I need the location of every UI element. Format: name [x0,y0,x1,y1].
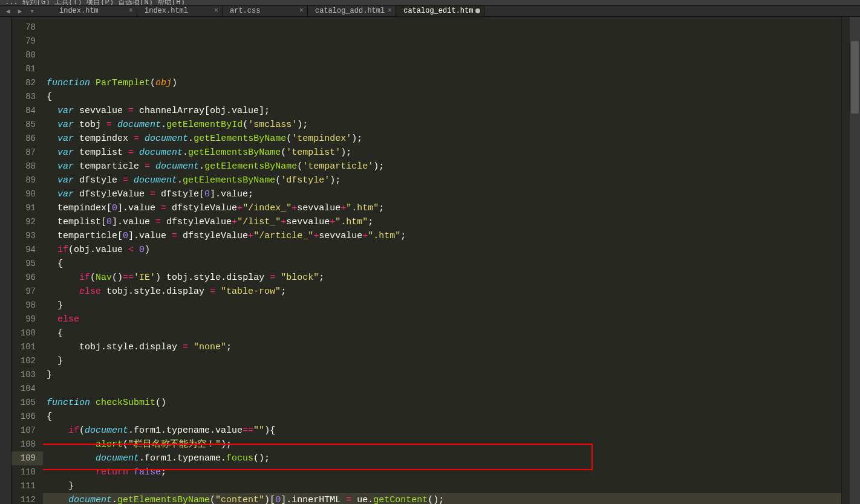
line-number[interactable]: 107 [11,424,43,438]
line-number[interactable]: 102 [11,354,43,368]
line-number[interactable]: 105 [11,396,43,410]
line-number[interactable]: 97 [11,285,43,299]
line-number[interactable]: 110 [11,465,43,479]
tab-art-css[interactable]: art.css× [223,5,308,16]
line-number[interactable]: 112 [11,493,43,504]
code-line[interactable]: } [43,368,841,382]
tab-label: catalog_edit.htm [403,7,473,15]
code-line[interactable]: } [43,354,841,368]
close-tab-icon[interactable]: × [388,7,392,15]
tab-label: index.htm [59,7,99,15]
nav-back-icon[interactable]: ◀ [4,7,12,15]
tab-label: index.html [145,7,188,15]
code-line[interactable]: alert("栏目名称不能为空！"); [43,438,841,451]
toolbar: ◀ ▶ ▾ index.htm×index.html×art.css×catal… [0,5,860,17]
line-number[interactable]: 96 [11,271,43,285]
code-line[interactable]: var templist = document.getElementsByNam… [43,146,841,160]
code-line[interactable]: if(obj.value < 0) [43,243,841,257]
line-number[interactable]: 104 [11,382,43,396]
code-line[interactable]: temparticle[0].value = dfstyleValue+"/ar… [43,229,841,243]
left-sidebar [0,17,11,504]
code-line[interactable]: templist[0].value = dfstyleValue+"/list_… [43,215,841,229]
dirty-indicator-icon [475,8,480,13]
close-tab-icon[interactable]: × [129,7,133,15]
line-number[interactable]: 79 [11,34,43,48]
code-area[interactable]: function ParTemplet(obj){ var sevvalue =… [43,17,841,504]
line-number[interactable]: 82 [11,76,43,90]
code-line[interactable]: { [43,326,841,340]
line-number[interactable]: 101 [11,340,43,354]
code-line[interactable]: function checkSubmit() [43,396,841,410]
minimap[interactable] [841,17,849,504]
code-line[interactable]: else [43,312,841,326]
nav-dropdown-icon[interactable]: ▾ [28,7,36,15]
tab-bar: index.htm×index.html×art.css×catalog_add… [52,5,484,16]
line-number[interactable]: 108 [11,438,43,451]
line-number[interactable]: 88 [11,160,43,173]
code-line[interactable] [43,62,841,76]
line-number[interactable]: 86 [11,132,43,146]
line-number-gutter[interactable]: 7879808182838485868788899091929394959697… [11,17,43,504]
code-line[interactable]: return false; [43,465,841,479]
code-line[interactable]: else tobj.style.display = "table-row"; [43,285,841,299]
line-number[interactable]: 94 [11,243,43,257]
code-line[interactable]: var temparticle = document.getElementsBy… [43,160,841,173]
tab-label: art.css [230,7,260,15]
line-number[interactable]: 103 [11,368,43,382]
code-line[interactable]: document.getElementsByName("content")[0]… [43,493,841,504]
tab-catalog_add-html[interactable]: catalog_add.html× [308,5,396,16]
code-line[interactable]: tobj.style.display = "none"; [43,340,841,354]
vertical-scrollbar[interactable] [849,17,860,504]
tab-catalog_edit-htm[interactable]: catalog_edit.htm [396,5,484,16]
code-line[interactable]: var dfstyleValue = dfstyle[0].value; [43,187,841,201]
code-line[interactable]: { [43,90,841,104]
tab-index-html[interactable]: index.html× [137,5,223,16]
menubar[interactable]: ... 转到(G) 工具(T) 项目(P) 首选项(N) 帮助(H) [0,0,860,5]
close-tab-icon[interactable]: × [299,7,304,15]
line-number[interactable]: 87 [11,146,43,160]
line-number[interactable]: 99 [11,312,43,326]
code-line[interactable]: if(document.form1.typename.value==""){ [43,424,841,438]
code-line[interactable]: { [43,410,841,424]
code-line[interactable]: document.form1.typename.focus(); [43,451,841,465]
line-number[interactable]: 80 [11,48,43,62]
code-line[interactable]: tempindex[0].value = dfstyleValue+"/inde… [43,201,841,215]
line-number[interactable]: 98 [11,299,43,312]
line-number[interactable]: 91 [11,201,43,215]
line-number[interactable]: 111 [11,479,43,493]
code-line[interactable]: function ParTemplet(obj) [43,76,841,90]
line-number[interactable]: 83 [11,90,43,104]
line-number[interactable]: 89 [11,173,43,187]
line-number[interactable]: 90 [11,187,43,201]
code-line[interactable]: var sevvalue = channelArray[obj.value]; [43,104,841,118]
line-number[interactable]: 85 [11,118,43,132]
code-line[interactable]: } [43,299,841,312]
scrollbar-thumb[interactable] [851,41,859,114]
editor: 7879808182838485868788899091929394959697… [0,17,860,504]
line-number[interactable]: 81 [11,62,43,76]
code-line[interactable]: { [43,257,841,271]
code-line[interactable]: var tobj = document.getElementById('smcl… [43,118,841,132]
line-number[interactable]: 109 [11,451,43,465]
tab-index-htm[interactable]: index.htm× [52,5,137,16]
code-line[interactable]: if(Nav()=='IE') tobj.style.display = "bl… [43,271,841,285]
nav-forward-icon[interactable]: ▶ [16,7,24,15]
line-number[interactable]: 78 [11,21,43,34]
code-line[interactable]: var tempindex = document.getElementsByNa… [43,132,841,146]
line-number[interactable]: 93 [11,229,43,243]
code-line[interactable]: var dfstyle = document.getElementsByName… [43,173,841,187]
line-number[interactable]: 106 [11,410,43,424]
line-number[interactable]: 95 [11,257,43,271]
code-line[interactable] [43,382,841,396]
line-number[interactable]: 92 [11,215,43,229]
close-tab-icon[interactable]: × [214,7,218,15]
line-number[interactable]: 100 [11,326,43,340]
line-number[interactable]: 84 [11,104,43,118]
tab-label: catalog_add.html [315,7,385,15]
code-line[interactable]: } [43,479,841,493]
